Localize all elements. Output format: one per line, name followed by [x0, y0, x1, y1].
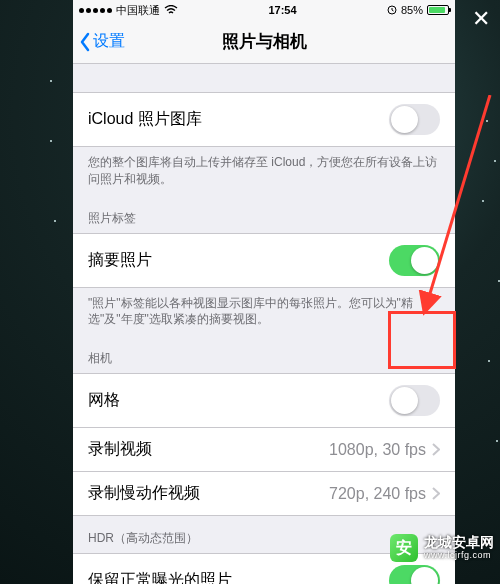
footer-tags: "照片"标签能以各种视图显示图库中的每张照片。您可以为"精选"及"年度"选取紧凑…	[73, 288, 455, 337]
phone-frame: 中国联通 17:54 85% 设置 照片与相机 iCloud 照片图库 您的整个…	[73, 0, 455, 584]
watermark-logo-icon: 安	[390, 534, 418, 562]
header-camera: 相机	[73, 336, 455, 373]
signal-dots-icon	[79, 8, 112, 13]
close-button[interactable]: ✕	[472, 8, 490, 30]
wifi-icon	[164, 5, 178, 15]
cell-label: 录制慢动作视频	[88, 483, 200, 504]
toggle-icloud-library[interactable]	[389, 104, 440, 135]
battery-icon	[427, 5, 449, 15]
alarm-icon	[387, 5, 397, 15]
back-label: 设置	[93, 31, 125, 52]
toggle-summary-photos[interactable]	[389, 245, 440, 276]
cell-record-slomo[interactable]: 录制慢动作视频 720p, 240 fps	[73, 471, 455, 516]
carrier-label: 中国联通	[116, 3, 160, 18]
page-title: 照片与相机	[222, 30, 307, 53]
cell-value: 720p, 240 fps	[329, 485, 426, 503]
clock: 17:54	[268, 4, 296, 16]
cell-label: 录制视频	[88, 439, 152, 460]
cell-label: 摘要照片	[88, 250, 152, 271]
status-bar: 中国联通 17:54 85%	[73, 0, 455, 20]
settings-list[interactable]: iCloud 照片图库 您的整个图库将自动上传并储存至 iCloud，方便您在所…	[73, 64, 455, 584]
watermark: 安 龙城安卓网 www.lcjrfg.com	[390, 534, 494, 562]
back-button[interactable]: 设置	[79, 20, 125, 63]
watermark-brand: 龙城安卓网	[424, 535, 494, 550]
cell-label: 网格	[88, 390, 120, 411]
toggle-grid[interactable]	[389, 385, 440, 416]
cell-value: 1080p, 30 fps	[329, 441, 426, 459]
footer-icloud: 您的整个图库将自动上传并储存至 iCloud，方便您在所有设备上访问照片和视频。	[73, 147, 455, 196]
cell-label: iCloud 照片图库	[88, 109, 202, 130]
chevron-right-icon	[432, 487, 440, 500]
battery-pct: 85%	[401, 4, 423, 16]
chevron-right-icon	[432, 443, 440, 456]
watermark-url: www.lcjrfg.com	[424, 551, 494, 561]
cell-icloud-library[interactable]: iCloud 照片图库	[73, 92, 455, 147]
cell-summary-photos[interactable]: 摘要照片	[73, 233, 455, 288]
cell-record-video[interactable]: 录制视频 1080p, 30 fps	[73, 427, 455, 472]
cell-label: 保留正常曝光的照片	[88, 570, 232, 584]
cell-grid[interactable]: 网格	[73, 373, 455, 428]
toggle-keep-normal-exposure[interactable]	[389, 565, 440, 584]
chevron-left-icon	[79, 32, 91, 52]
nav-bar: 设置 照片与相机	[73, 20, 455, 64]
header-tags: 照片标签	[73, 196, 455, 233]
